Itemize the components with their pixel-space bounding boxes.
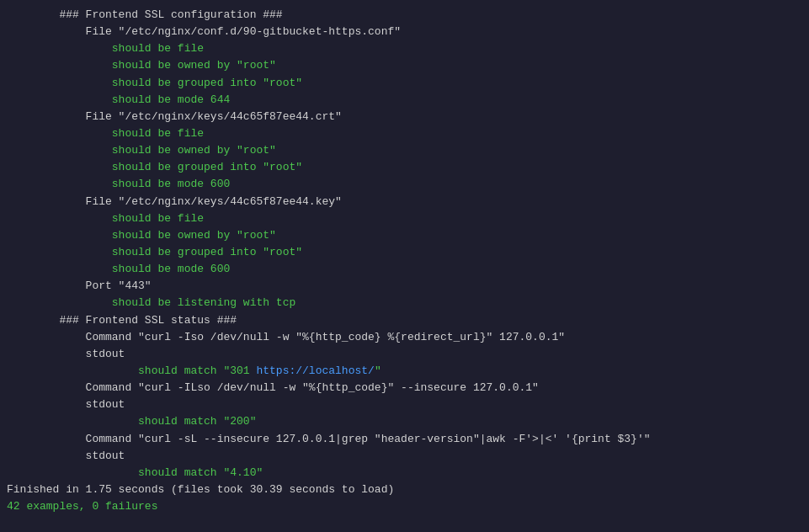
- terminal-line: should be listening with tcp: [0, 295, 809, 311]
- terminal-line: should be grouped into "root": [0, 75, 809, 92]
- terminal-line: should be owned by "root": [0, 227, 809, 244]
- terminal-line: Finished in 1.75 seconds (files took 30.…: [0, 481, 809, 498]
- terminal-line: ### Frontend SSL configuration ###: [0, 7, 809, 24]
- terminal-line: should be file: [0, 210, 809, 227]
- terminal-line: File "/etc/nginx/conf.d/90-gitbucket-htt…: [0, 24, 809, 40]
- terminal-line: should be mode 644: [0, 92, 809, 109]
- terminal-line: should match "200": [0, 413, 809, 430]
- url-link[interactable]: https://localhost/: [256, 364, 374, 377]
- terminal-line: Command "curl -Iso /dev/null -w "%{http_…: [0, 329, 809, 346]
- terminal-line: File "/etc/nginx/keys/44c65f87ee44.key": [0, 194, 809, 210]
- terminal-line: should be mode 600: [0, 261, 809, 278]
- terminal-line: Command "curl -sL --insecure 127.0.0.1|g…: [0, 431, 809, 448]
- terminal-line: File "/etc/nginx/keys/44c65f87ee44.crt": [0, 109, 809, 125]
- terminal-line: should be mode 600: [0, 176, 809, 193]
- terminal-line: stdout: [0, 396, 809, 413]
- terminal-line: should be file: [0, 125, 809, 142]
- terminal-line: should be owned by "root": [0, 142, 809, 159]
- terminal-line: should match "4.10": [0, 465, 809, 481]
- terminal-line: stdout: [0, 346, 809, 363]
- terminal-line: Command "curl -ILso /dev/null -w "%{http…: [0, 380, 809, 396]
- terminal-line: should be owned by "root": [0, 57, 809, 74]
- terminal-line: should be grouped into "root": [0, 244, 809, 261]
- terminal-line: should be grouped into "root": [0, 159, 809, 176]
- terminal-line: Port "443": [0, 278, 809, 295]
- terminal-line: should match "301 https://localhost/": [0, 363, 809, 380]
- terminal-line: should be file: [0, 40, 809, 57]
- terminal-line: 42 examples, 0 failures: [0, 498, 809, 515]
- terminal-line: stdout: [0, 448, 809, 465]
- terminal-output: ### Frontend SSL configuration ### File …: [0, 0, 809, 532]
- terminal-line: ### Frontend SSL status ###: [0, 312, 809, 329]
